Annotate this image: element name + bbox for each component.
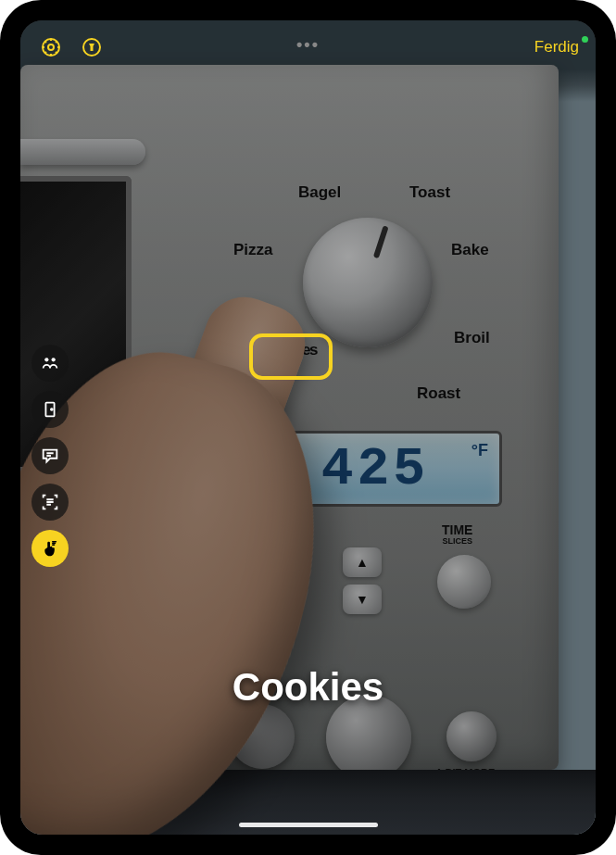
home-indicator[interactable] <box>239 823 378 827</box>
dial-label: Roast <box>417 384 460 403</box>
door-icon <box>40 399 60 420</box>
mode-dial-knob <box>303 218 433 347</box>
camera-scene: Bagel Toast Pizza Bake Reheat Broil Roas… <box>20 20 596 835</box>
time-label: TIMESLICES <box>442 523 472 547</box>
dial-label: Bake <box>451 241 489 259</box>
down-arrow-button: ▼ <box>343 585 382 614</box>
door-detection-button[interactable] <box>31 391 69 428</box>
gear-icon <box>40 36 62 58</box>
time-knob <box>437 555 491 609</box>
svg-point-6 <box>51 409 53 410</box>
text-viewfinder-icon <box>40 492 60 512</box>
lcd-unit: °F <box>471 441 488 460</box>
ipad-frame: Bagel Toast Pizza Bake Reheat Broil Roas… <box>0 0 616 855</box>
dial-label: Bagel <box>298 183 341 202</box>
abitmore-button <box>446 711 497 761</box>
speech-bubble-icon <box>40 446 60 466</box>
flashlight-button[interactable] <box>78 33 106 61</box>
top-toolbar: Ferdig <box>20 30 596 65</box>
flashlight-icon <box>81 36 103 58</box>
text-detection-button[interactable] <box>31 484 69 521</box>
detection-caption: Cookies <box>20 665 596 710</box>
people-icon <box>40 353 60 373</box>
done-button[interactable]: Ferdig <box>534 38 579 57</box>
detection-mode-toolbar <box>31 345 69 567</box>
dial-label: Toast <box>409 183 450 202</box>
settings-button[interactable] <box>37 33 65 61</box>
magnifier-app-screen: Bagel Toast Pizza Bake Reheat Broil Roas… <box>20 20 596 835</box>
point-and-speak-button[interactable] <box>31 530 69 567</box>
oven-handle <box>20 139 145 165</box>
detection-highlight-box <box>249 333 333 380</box>
svg-point-4 <box>52 358 56 361</box>
image-description-button[interactable] <box>31 437 69 474</box>
people-detection-button[interactable] <box>31 345 69 382</box>
svg-point-1 <box>48 44 54 50</box>
pointing-hand-icon <box>40 538 60 559</box>
up-arrow-button: ▲ <box>343 547 382 577</box>
dial-label: Pizza <box>233 241 273 259</box>
dial-label: Broil <box>454 329 490 347</box>
svg-point-3 <box>44 358 48 361</box>
